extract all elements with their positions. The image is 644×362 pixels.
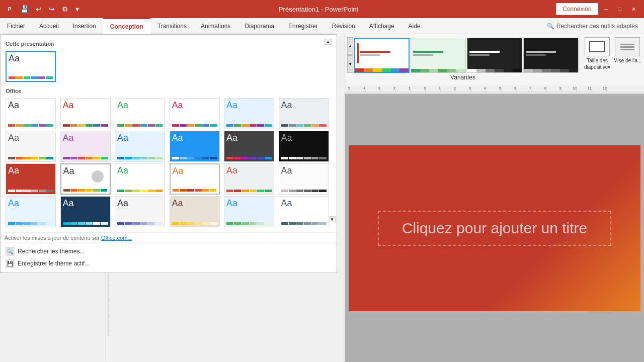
tab-aide[interactable]: Aide [401,18,428,34]
tab-revision[interactable]: Révision [325,18,362,34]
theme-item[interactable]: Aa [224,98,274,129]
theme-item[interactable]: Aa [170,131,220,162]
theme-item[interactable]: Aa [60,98,111,129]
powerpoint-icon: P [4,4,15,15]
undo-button[interactable]: ↩ [34,4,44,14]
svg-text:10: 10 [573,86,577,90]
theme-item[interactable]: Aa [224,163,274,195]
svg-text:3: 3 [378,86,380,90]
theme-footer: 🔍 Rechercher les thèmes... 💾 Enregistrer… [1,242,337,273]
svg-text:4: 4 [363,86,365,90]
theme-item[interactable]: Aa [6,131,56,162]
save-theme-icon: 💾 [6,259,15,268]
cette-presentation-grid: Aa [5,50,333,83]
theme-item[interactable]: Aa [224,196,274,227]
titlebar-right: Connexion ─ □ ✕ [556,3,640,15]
variantes-taille-area: ▲ ▼ [345,34,644,83]
connexion-button[interactable]: Connexion [556,3,598,15]
theme-item[interactable]: Aa [115,163,165,195]
variante-item-2[interactable] [411,38,466,73]
variantes-items-row: ▲ ▼ [347,37,579,73]
svg-text:0: 0 [424,86,426,90]
svg-text:8: 8 [544,86,546,90]
variantes-label: Variantes [347,73,579,82]
ribbon: Fichier Accueil Insertion Conception Tra… [0,18,644,34]
search-icon: 🔍 [547,23,554,30]
svg-text:6: 6 [514,86,516,90]
rechercher-themes-link[interactable]: 🔍 Rechercher les thèmes... [5,245,333,257]
taille-section: Taille desdiapositive▾ [580,37,610,70]
svg-text:1: 1 [439,86,441,90]
theme-item-berlin[interactable]: Aa [60,163,111,195]
theme-item[interactable]: Aa [279,98,329,129]
close-button[interactable]: ✕ [627,5,640,14]
right-panel: ▲ ▼ [345,34,644,362]
mise-label[interactable]: Mise de l'a... [613,57,641,64]
theme-item[interactable]: Aa [279,196,329,227]
slide-canvas[interactable]: Cliquez pour ajouter un titre [349,145,640,311]
taille-label[interactable]: Taille desdiapositive▾ [584,57,610,70]
taille-button[interactable] [585,37,610,56]
theme-item[interactable]: Aa [279,131,329,162]
tab-diaporama[interactable]: Diaporama [237,18,281,34]
theme-item[interactable]: Aa [6,196,56,227]
office-label: Office [5,86,333,97]
theme-item[interactable]: Aa [6,163,56,195]
theme-item[interactable]: Aa [279,163,329,195]
tab-accueil[interactable]: Accueil [32,18,66,34]
svg-text:5: 5 [348,86,350,90]
customize-button[interactable]: ⚙ [60,4,70,14]
svg-text:7: 7 [529,86,531,90]
maximize-button[interactable]: □ [614,5,625,13]
save-button[interactable]: 💾 [18,4,31,14]
svg-text:2: 2 [393,86,395,90]
office-com-link[interactable]: Office.com... [101,235,132,241]
titlebar: P 💾 ↩ ↪ ⚙ ▾ Présentation1 - PowerPoint C… [0,0,644,18]
enregistrer-theme-link[interactable]: 💾 Enregistrer le thème actif... [5,257,333,269]
theme-item[interactable]: Aa [115,98,165,129]
mise-button[interactable] [615,37,640,56]
theme-item[interactable]: Aa [115,196,165,227]
theme-current[interactable]: Aa [6,51,56,82]
svg-rect-0 [345,85,644,94]
mise-section: Mise de l'a... [611,37,641,64]
slide-area: Cliquez pour ajouter un titre [345,94,644,362]
tab-conception[interactable]: Conception [103,18,150,34]
office-themes-grid: Aa Aa Aa Aa Aa Aa [5,97,333,228]
theme-item[interactable]: Aa [170,98,220,129]
svg-text:4: 4 [484,86,486,90]
theme-item[interactable]: Aa [115,131,165,162]
slide-placeholder[interactable]: Cliquez pour ajouter un titre [378,211,611,246]
scroll-down-button[interactable]: ▼ [329,216,336,222]
svg-text:9: 9 [559,86,561,90]
theme-item[interactable]: Aa [224,131,274,162]
theme-item[interactable]: Aa [170,196,220,227]
variantes-section: ▲ ▼ [347,37,579,82]
theme-item[interactable]: Aa [60,196,111,227]
tab-animations[interactable]: Animations [194,18,237,34]
svg-text:2: 2 [454,86,456,90]
tab-affichage[interactable]: Affichage [362,18,401,34]
theme-panel: Cette présentation ▲ Aa Office [0,34,337,273]
cette-presentation-label: Cette présentation [5,39,55,50]
redo-button[interactable]: ↪ [47,4,57,14]
svg-text:1: 1 [409,86,411,90]
minimize-button[interactable]: ─ [600,5,612,13]
variante-item-3[interactable] [467,38,522,73]
theme-item[interactable]: Aa [60,131,111,162]
tab-transitions[interactable]: Transitions [150,18,194,34]
variantes-scroll-up[interactable]: ▲ [347,37,353,55]
tab-fichier[interactable]: Fichier [0,18,32,34]
svg-text:11: 11 [588,86,592,90]
dropdown-button[interactable]: ▾ [73,4,81,14]
theme-item-tooltip[interactable]: Aa Berlin [170,163,220,195]
scroll-up-button[interactable]: ▲ [325,39,332,45]
rechercher-outils[interactable]: 🔍 Rechercher des outils adaptés [547,23,644,30]
variantes-scroll-down[interactable]: ▼ [347,55,353,73]
variante-item-4[interactable] [523,38,579,73]
svg-text:3: 3 [469,86,471,90]
variante-item-1[interactable] [354,38,410,73]
theme-item[interactable]: Aa [6,98,56,129]
tab-insertion[interactable]: Insertion [66,18,103,34]
tab-enregistrer[interactable]: Enregistrer [281,18,325,34]
